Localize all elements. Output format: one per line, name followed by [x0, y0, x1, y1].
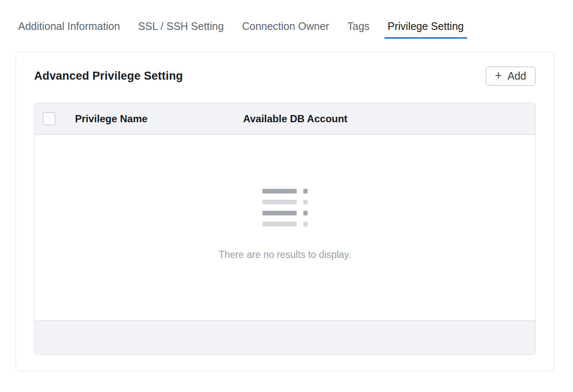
- plus-icon: +: [495, 70, 502, 82]
- add-button-label: Add: [508, 70, 526, 82]
- column-header-privilege-name: Privilege Name: [75, 113, 243, 125]
- select-all-checkbox[interactable]: [43, 112, 56, 125]
- tab-privilege-setting[interactable]: Privilege Setting: [384, 20, 467, 39]
- table-header-row: Privilege Name Available DB Account: [35, 103, 535, 135]
- table-body: There are no results to display.: [35, 135, 535, 320]
- empty-list-icon: [262, 189, 308, 226]
- tab-additional-information[interactable]: Additional Information: [15, 20, 123, 39]
- table-footer: [35, 320, 535, 354]
- panel-header: Advanced Privilege Setting + Add: [34, 66, 536, 86]
- tab-ssl-ssh-setting[interactable]: SSL / SSH Setting: [135, 20, 227, 39]
- add-button[interactable]: + Add: [486, 67, 536, 86]
- panel-title: Advanced Privilege Setting: [34, 70, 183, 83]
- empty-state-message: There are no results to display.: [219, 249, 351, 260]
- privilege-table: Privilege Name Available DB Account Ther…: [34, 102, 536, 355]
- tab-tags[interactable]: Tags: [344, 20, 373, 39]
- tab-bar: Additional Information SSL / SSH Setting…: [0, 0, 573, 39]
- tab-connection-owner[interactable]: Connection Owner: [238, 20, 332, 39]
- privilege-setting-panel: Advanced Privilege Setting + Add Privile…: [16, 52, 554, 371]
- column-header-available-db-account: Available DB Account: [243, 113, 535, 125]
